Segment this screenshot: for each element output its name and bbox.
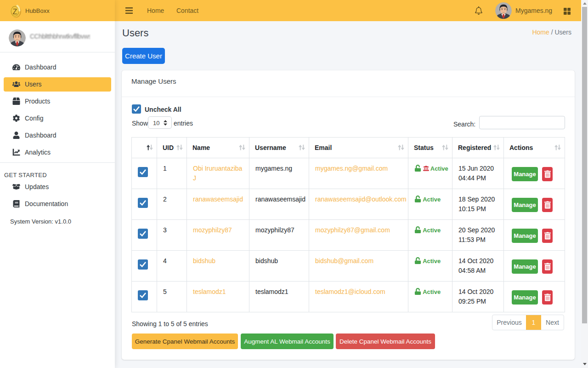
svg-text:Z: Z [13, 8, 17, 16]
